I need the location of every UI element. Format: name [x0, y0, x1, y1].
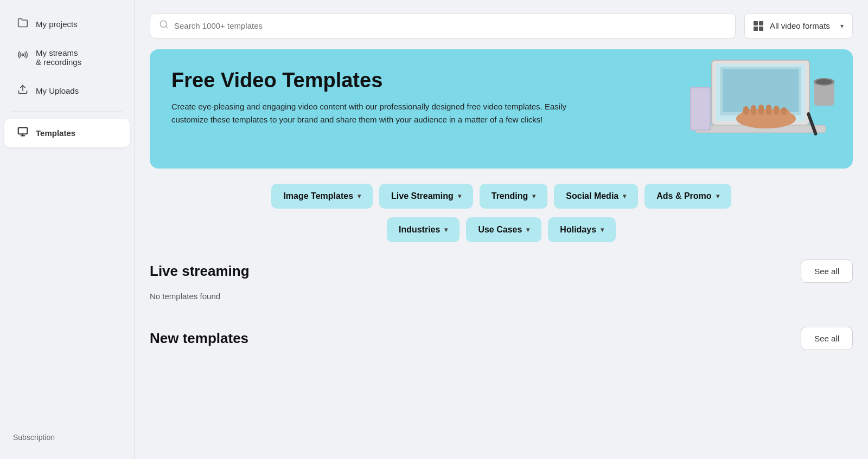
- templates-icon: [17, 126, 28, 140]
- hero-title: Free Video Templates: [171, 69, 600, 93]
- sidebar-divider: [11, 112, 123, 112]
- svg-rect-21: [691, 88, 710, 130]
- sidebar-item-templates[interactable]: Templates: [4, 119, 130, 147]
- sidebar-item-my-uploads[interactable]: My Uploads: [4, 76, 130, 105]
- hero-image: [679, 55, 842, 163]
- format-label: All video formats: [770, 21, 834, 30]
- filter-label: Image Templates: [283, 191, 353, 201]
- sidebar-item-label: Templates: [36, 128, 75, 138]
- svg-rect-19: [781, 107, 787, 115]
- filter-label: Social Media: [566, 191, 618, 201]
- svg-rect-16: [758, 105, 764, 115]
- hero-banner: Free Video Templates Create eye-pleasing…: [150, 49, 853, 169]
- section-title: Live streaming: [150, 263, 250, 280]
- live-streaming-section: Live streaming See all No templates foun…: [150, 260, 853, 301]
- chevron-down-icon: ▾: [526, 226, 529, 234]
- sidebar-item-label: My streams & recordings: [36, 48, 81, 67]
- chevron-down-icon: ▾: [358, 192, 361, 200]
- svg-rect-18: [774, 106, 779, 115]
- new-templates-section: New templates See all: [150, 327, 853, 350]
- chevron-down-icon: ▾: [601, 226, 604, 234]
- filter-label: Ads & Promo: [656, 191, 711, 201]
- filter-chips-row2: Industries ▾ Use Cases ▾ Holidays ▾: [150, 217, 853, 242]
- hero-text: Free Video Templates Create eye-pleasing…: [171, 69, 600, 126]
- search-bar: All video formats ▾: [150, 13, 853, 38]
- svg-rect-14: [743, 106, 749, 115]
- main-content: All video formats ▾ Free Video Templates…: [135, 0, 868, 459]
- svg-point-0: [22, 54, 23, 55]
- chevron-down-icon: ▾: [623, 192, 626, 200]
- filter-label: Holidays: [560, 225, 596, 235]
- filter-chip-image-templates[interactable]: Image Templates ▾: [271, 184, 373, 209]
- upload-icon: [17, 84, 28, 98]
- streams-icon: [17, 49, 28, 63]
- svg-rect-17: [766, 105, 771, 115]
- svg-line-6: [165, 26, 167, 28]
- svg-rect-15: [751, 105, 756, 115]
- chevron-down-icon: ▾: [840, 22, 844, 30]
- filter-label: Use Cases: [478, 225, 522, 235]
- filter-chip-ads-promo[interactable]: Ads & Promo ▾: [644, 184, 731, 209]
- hero-description: Create eye-pleasing and engaging video c…: [171, 100, 600, 126]
- sidebar-item-my-projects[interactable]: My projects: [4, 10, 130, 38]
- filter-label: Industries: [399, 225, 440, 235]
- sidebar-item-my-streams[interactable]: My streams & recordings: [4, 41, 130, 74]
- filter-label: Live Streaming: [391, 191, 454, 201]
- grid-icon: [754, 21, 763, 31]
- sidebar: My projects My streams & recordings My U…: [0, 0, 135, 459]
- see-all-button[interactable]: See all: [801, 327, 853, 350]
- section-header: New templates See all: [150, 327, 853, 350]
- sidebar-item-label: My projects: [36, 20, 78, 29]
- chevron-down-icon: ▾: [716, 192, 719, 200]
- section-header: Live streaming See all: [150, 260, 853, 283]
- subscription-label: Subscription: [0, 424, 134, 450]
- sidebar-item-label: My Uploads: [36, 86, 79, 95]
- chevron-down-icon: ▾: [444, 226, 448, 234]
- section-title: New templates: [150, 330, 248, 347]
- search-input-wrap: [150, 13, 736, 38]
- folder-icon: [17, 17, 28, 31]
- no-templates-message: No templates found: [150, 292, 853, 301]
- see-all-button[interactable]: See all: [801, 260, 853, 283]
- filter-chip-holidays[interactable]: Holidays ▾: [548, 217, 616, 242]
- filter-chip-live-streaming[interactable]: Live Streaming ▾: [379, 184, 473, 209]
- filter-chip-industries[interactable]: Industries ▾: [387, 217, 459, 242]
- svg-point-24: [816, 79, 832, 85]
- search-input[interactable]: [174, 14, 726, 38]
- filter-chips-row1: Image Templates ▾ Live Streaming ▾ Trend…: [150, 184, 853, 209]
- chevron-down-icon: ▾: [532, 192, 535, 200]
- chevron-down-icon: ▾: [458, 192, 461, 200]
- svg-rect-2: [18, 128, 28, 134]
- filter-label: Trending: [492, 191, 528, 201]
- search-icon: [159, 20, 169, 32]
- filter-chip-use-cases[interactable]: Use Cases ▾: [466, 217, 541, 242]
- format-select[interactable]: All video formats ▾: [744, 13, 853, 38]
- filter-chip-trending[interactable]: Trending ▾: [480, 184, 548, 209]
- filter-chip-social-media[interactable]: Social Media ▾: [554, 184, 638, 209]
